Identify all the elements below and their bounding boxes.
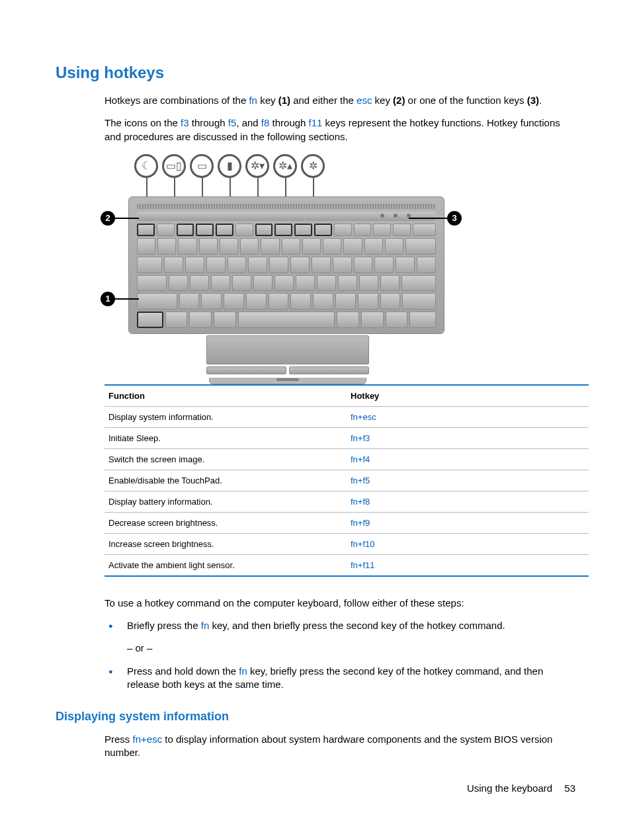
- text: key, and then briefly press the second k…: [209, 620, 505, 631]
- col-header-function: Function: [105, 385, 347, 407]
- cell-function: Initiate Sleep.: [105, 427, 347, 448]
- key-esc: esc: [357, 95, 372, 106]
- footer-section-label: Using the keyboard: [467, 782, 552, 794]
- callout-ref-3: (3): [527, 95, 539, 106]
- key-fn: fn: [249, 95, 257, 106]
- key-f11: f11: [309, 117, 323, 128]
- callout-line: [115, 218, 139, 219]
- cell-hotkey: fn+f5: [347, 470, 589, 491]
- cell-hotkey: fn+f4: [347, 448, 589, 470]
- sleep-icon: ☾: [134, 154, 158, 178]
- list-item: Briefly press the fn key, and then brief…: [105, 619, 575, 655]
- text: key: [257, 95, 278, 106]
- text: Press: [105, 734, 133, 745]
- hotkey-fn-esc: fn+esc: [133, 734, 163, 745]
- cell-function: Switch the screen image.: [105, 448, 347, 470]
- callout-line: [409, 218, 447, 219]
- callout-ref-1: (1): [278, 95, 290, 106]
- steps-lede: To use a hotkey command on the computer …: [105, 597, 575, 610]
- text: Hotkeys are combinations of the: [105, 95, 249, 106]
- key-f5: f5: [228, 117, 237, 128]
- switch-screen-icon: ▭▯: [162, 154, 186, 178]
- cell-hotkey: fn+f10: [347, 533, 589, 554]
- cell-function: Increase screen brightness.: [105, 533, 347, 554]
- heading-using-hotkeys: Using hotkeys: [56, 63, 575, 82]
- table-row: Display battery information.fn+f8: [105, 491, 589, 512]
- text: and either the: [290, 95, 357, 106]
- callout-2: 2: [101, 211, 115, 226]
- table-row: Initiate Sleep.fn+f3: [105, 427, 589, 448]
- page-number: 53: [564, 782, 575, 794]
- hotkey-icon-row: ☾ ▭▯ ▭ ▮ ✲▾ ✲▴ ✲: [134, 154, 325, 178]
- page-footer: Using the keyboard 53: [467, 782, 575, 794]
- col-header-hotkey: Hotkey: [347, 385, 589, 407]
- text: Press and hold down the: [127, 665, 239, 677]
- table-row: Display system information.fn+esc: [105, 406, 589, 427]
- key-fn: fn: [201, 620, 210, 631]
- text: The icons on the: [105, 117, 181, 128]
- text: Briefly press the: [127, 620, 201, 631]
- text: or one of the function keys: [405, 95, 526, 106]
- key-fn: fn: [239, 665, 247, 677]
- table-row: Decrease screen brightness.fn+f9: [105, 512, 589, 533]
- callout-line: [115, 298, 139, 300]
- cell-hotkey: fn+esc: [347, 406, 589, 427]
- cell-function: Decrease screen brightness.: [105, 512, 347, 533]
- text: through: [269, 117, 308, 128]
- cell-function: Enable/disable the TouchPad.: [105, 470, 347, 491]
- cell-function: Activate the ambient light sensor.: [105, 554, 347, 576]
- brightness-up-icon: ✲▴: [273, 154, 297, 178]
- key-f3: f3: [181, 117, 189, 128]
- battery-icon: ▮: [218, 154, 241, 178]
- cell-hotkey: fn+f11: [347, 554, 589, 576]
- heading-displaying-system-information: Displaying system information: [56, 710, 575, 724]
- hotkey-table: Function Hotkey Display system informati…: [105, 384, 589, 577]
- text: to display information about system hard…: [105, 734, 552, 758]
- cell-function: Display battery information.: [105, 491, 347, 512]
- table-row: Switch the screen image.fn+f4: [105, 448, 589, 470]
- cell-function: Display system information.: [105, 406, 347, 427]
- table-row: Activate the ambient light sensor.fn+f11: [105, 554, 589, 576]
- ambient-light-icon: ✲: [301, 154, 325, 178]
- list-item: Press and hold down the fn key, briefly …: [105, 665, 575, 692]
- key-f8: f8: [261, 117, 270, 128]
- cell-hotkey: fn+f9: [347, 512, 589, 533]
- or-separator: – or –: [127, 642, 575, 655]
- touchpad-icon: ▭: [190, 154, 214, 178]
- sysinfo-paragraph: Press fn+esc to display information abou…: [105, 733, 575, 760]
- text: through: [189, 117, 228, 128]
- cell-hotkey: fn+f8: [347, 491, 589, 512]
- table-row: Increase screen brightness.fn+f10: [105, 533, 589, 554]
- table-row: Enable/disable the TouchPad.fn+f5: [105, 470, 589, 491]
- cell-hotkey: fn+f3: [347, 427, 589, 448]
- laptop-illustration: [128, 196, 446, 375]
- text: , and: [236, 117, 261, 128]
- text: key: [372, 95, 393, 106]
- intro-paragraph-1: Hotkeys are combinations of the fn key (…: [105, 94, 575, 107]
- text: .: [539, 95, 542, 106]
- intro-paragraph-2: The icons on the f3 through f5, and f8 t…: [105, 116, 575, 144]
- brightness-down-icon: ✲▾: [245, 154, 269, 178]
- steps-list: Briefly press the fn key, and then brief…: [105, 619, 575, 691]
- callout-ref-2: (2): [393, 95, 405, 106]
- callout-3: 3: [447, 211, 462, 226]
- callout-1: 1: [101, 292, 115, 306]
- keyboard-figure: ☾ ▭▯ ▭ ▮ ✲▾ ✲▴ ✲: [105, 153, 462, 378]
